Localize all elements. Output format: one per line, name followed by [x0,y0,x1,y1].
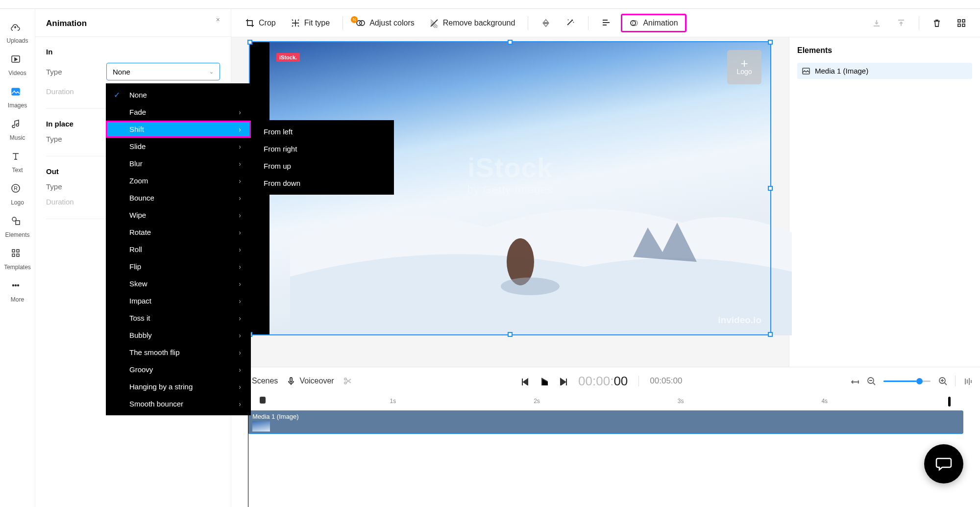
anim-opt-groovy[interactable]: Groovy› [106,361,251,378]
chevron-right-icon: › [239,228,241,236]
clip-thumbnail [252,421,270,431]
anim-opt-toss[interactable]: Toss it› [106,309,251,327]
elements-panel: Elements Media 1 (Image) [789,37,980,367]
chevron-right-icon: › [239,331,241,339]
anim-opt-smoothbouncer[interactable]: Smooth bouncer› [106,395,251,412]
rail-text[interactable]: Text [3,148,32,177]
fit-timeline-icon[interactable] [850,377,859,385]
rail-elements[interactable]: Elements [3,213,32,241]
crop-icon [245,18,255,28]
chevron-right-icon: › [239,280,241,288]
svg-rect-20 [958,24,960,26]
more-icon [11,280,24,294]
anim-opt-bubbly[interactable]: Bubbly› [106,327,251,344]
voiceover-tab[interactable]: Voiceover [287,377,334,385]
rail-elements-label: Elements [5,231,29,238]
timeline-body[interactable]: 1s 2s 3s 4s Media 1 (Image) [231,395,980,507]
rail-templates[interactable]: Templates [3,245,32,274]
crop-button[interactable]: Crop [240,15,281,31]
play-icon[interactable] [539,377,548,385]
anim-opt-rotate[interactable]: Rotate› [106,224,251,241]
anim-opt-roll[interactable]: Roll› [106,241,251,258]
zoom-out-icon[interactable] [867,377,876,385]
inplace-type-label: Type [46,135,62,143]
svg-point-15 [360,21,365,25]
cut-tool[interactable] [343,377,352,385]
adjust-colors-button[interactable]: N Adjust colors [351,15,419,31]
chevron-right-icon: › [239,297,241,305]
rail-videos-label: Videos [8,70,26,76]
fit-type-button[interactable]: Fit type [286,15,335,31]
svg-point-12 [15,285,16,286]
element-row-media1[interactable]: Media 1 (Image) [797,63,972,79]
chat-fab[interactable] [924,444,963,483]
anim-opt-zoom[interactable]: Zoom› [106,172,251,189]
image-icon [802,67,810,75]
anim-opt-blur[interactable]: Blur› [106,155,251,172]
anim-opt-shift[interactable]: Shift› [106,121,251,138]
tracks-icon[interactable] [963,377,972,385]
shift-from-right[interactable]: From right [251,140,394,157]
anim-opt-skew[interactable]: Skew› [106,275,251,292]
in-type-select[interactable]: None ⌄ [106,63,220,80]
animation-icon [629,18,639,28]
playhead[interactable] [260,397,266,404]
shapes-icon [11,216,24,229]
timeline-clip[interactable]: Media 1 (Image) [248,410,963,434]
video-icon [11,54,24,68]
chevron-down-icon: ⌄ [209,69,214,75]
animation-type-dropdown: ✓None Fade› Shift› Slide› Blur› Zoom› Bo… [106,83,251,415]
shift-from-up[interactable]: From up [251,157,394,175]
rail-more[interactable]: More [3,278,32,306]
anim-opt-none[interactable]: ✓None [106,86,251,103]
left-rail: Uploads Videos Images Music Text R Logo … [0,9,35,507]
zoom-in-icon[interactable] [938,377,947,385]
delete-button[interactable] [927,15,947,31]
svg-rect-7 [12,250,15,252]
svg-rect-8 [17,250,19,252]
magic-button[interactable] [561,15,580,31]
skip-back-icon[interactable] [519,377,528,385]
send-backward-button[interactable] [891,15,911,31]
remove-bg-button[interactable]: Remove background [424,15,520,31]
align-button[interactable] [596,15,616,31]
timeline: Scenes Voiceover 00:00:00 00:05:00 [231,367,980,507]
shift-from-down[interactable]: From down [251,175,394,192]
rail-uploads[interactable]: Uploads [3,19,32,47]
rail-music[interactable]: Music [3,116,32,144]
rail-images-label: Images [8,102,27,109]
skip-forward-icon[interactable] [559,377,567,385]
svg-point-27 [344,378,346,380]
flip-v-button[interactable] [536,15,556,31]
svg-point-11 [12,285,14,286]
rail-images[interactable]: Images [3,83,32,112]
elements-title: Elements [797,46,972,55]
rail-logo[interactable]: R Logo [3,180,32,209]
svg-rect-1 [12,88,20,95]
anim-opt-slide[interactable]: Slide› [106,138,251,155]
send-backward-icon [896,18,906,28]
chevron-right-icon: › [239,400,241,408]
shift-from-left[interactable]: From left [251,123,394,140]
top-toolbar: Crop Fit type N Adjust colors Remove bac… [231,9,980,37]
anim-opt-flip[interactable]: Flip› [106,258,251,275]
scissors-icon [343,377,352,385]
close-panel-icon[interactable]: × [216,16,220,24]
current-time: 00:00:00 [578,374,628,389]
animation-button[interactable]: Animation [621,14,686,32]
anim-opt-smoothflip[interactable]: The smooth flip› [106,344,251,361]
anim-opt-bounce[interactable]: Bounce› [106,189,251,206]
text-icon [11,151,24,165]
svg-text:R: R [14,185,18,191]
zoom-slider[interactable] [883,380,931,382]
rail-text-label: Text [12,167,23,174]
bring-forward-button[interactable] [867,15,886,31]
anim-opt-impact[interactable]: Impact› [106,292,251,309]
anim-opt-wipe[interactable]: Wipe› [106,206,251,224]
anim-opt-hanging[interactable]: Hanging by a string› [106,378,251,395]
svg-rect-18 [958,20,960,22]
rail-videos[interactable]: Videos [3,51,32,79]
grid-button[interactable] [952,15,971,31]
anim-opt-fade[interactable]: Fade› [106,103,251,121]
end-marker[interactable] [948,397,951,406]
